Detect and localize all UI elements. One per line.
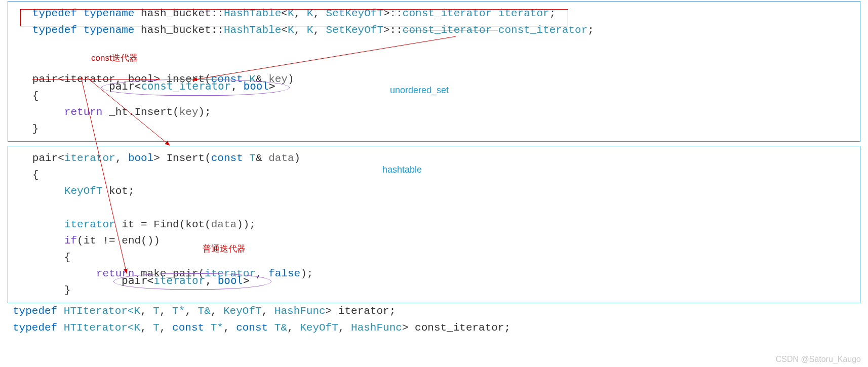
annot-unordered-set: unordered_set <box>390 85 449 96</box>
annot-normal-iterator: 普通迭代器 <box>203 243 246 255</box>
annot-const-iterator: const迭代器 <box>91 52 138 64</box>
watermark: CSDN @Satoru_Kaugo <box>776 355 861 364</box>
bubble-const-iterator-text: pair<const_iterator, bool> <box>109 80 275 92</box>
bottom-typedefs: typedef HTIterator<K, T, T*, T&, KeyOfT,… <box>0 303 868 336</box>
annot-hashtable: hashtable <box>382 165 422 175</box>
code-box-unordered-set: typedef typename hash_bucket::HashTable<… <box>8 1 860 142</box>
code-block-1: typedef typename hash_bucket::HashTable<… <box>13 6 855 137</box>
typedef-lines: typedef HTIterator<K, T, T*, T&, KeyOfT,… <box>13 303 855 336</box>
bubble-iterator-text: pair<iterator, bool> <box>122 274 250 287</box>
